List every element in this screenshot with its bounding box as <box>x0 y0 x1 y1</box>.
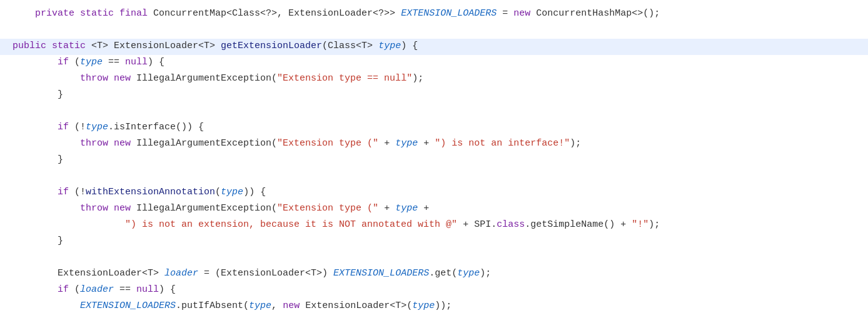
code-segment: .get( <box>429 266 457 281</box>
code-line: } <box>0 234 868 250</box>
code-line: } <box>0 87 868 104</box>
code-segment: getExtensionLoader <box>221 39 322 54</box>
code-segment: (! <box>69 120 86 135</box>
code-viewer: private static final ConcurrentMap<Class… <box>0 0 868 313</box>
code-segment: "Extension type (" <box>277 201 378 216</box>
code-segment: type <box>395 136 418 151</box>
code-line: if (loader == null) { <box>0 282 868 299</box>
code-segment: type <box>80 55 103 70</box>
code-segment: type <box>86 120 108 135</box>
code-line: if (!withExtensionAnnotation(type)) { <box>0 185 868 201</box>
code-segment <box>13 217 125 232</box>
code-line: throw new IllegalArgumentException("Exte… <box>0 201 868 217</box>
code-line <box>0 22 868 39</box>
code-segment: <T> ExtensionLoader<T> <box>91 39 221 54</box>
code-segment: class <box>497 217 525 232</box>
code-segment: + SPI. <box>457 217 497 232</box>
code-segment: "!" <box>632 217 648 232</box>
code-segment: ExtensionLoader<T> <box>13 266 164 281</box>
code-segment: (Class<T> <box>322 39 378 54</box>
code-segment <box>13 55 58 70</box>
code-segment: new <box>283 299 300 313</box>
code-line: throw new IllegalArgumentException("Exte… <box>0 71 868 87</box>
code-segment: .putIfAbsent( <box>176 299 249 313</box>
code-segment: null <box>136 282 159 297</box>
code-segment: ( <box>69 282 80 297</box>
code-segment: type <box>221 185 243 200</box>
code-segment: , <box>271 299 283 313</box>
code-line: private static final ConcurrentMap<Class… <box>0 6 868 22</box>
code-segment: == <box>114 282 136 297</box>
code-segment: (! <box>69 185 86 200</box>
code-line: if (type == null) { <box>0 55 868 71</box>
code-segment: type <box>457 266 480 281</box>
code-segment: ); <box>412 71 423 86</box>
code-segment: ); <box>570 136 581 151</box>
code-line: ") is not an extension, because it is NO… <box>0 217 868 234</box>
code-segment: "Extension type (" <box>277 136 378 151</box>
code-line: } <box>0 152 868 169</box>
code-segment: } <box>13 87 63 102</box>
code-line: throw new IllegalArgumentException("Exte… <box>0 136 868 152</box>
code-segment: = (ExtensionLoader<T>) <box>198 266 333 281</box>
code-segment: type <box>395 201 418 216</box>
code-segment: IllegalArgumentException( <box>131 136 277 151</box>
code-segment <box>13 282 58 297</box>
code-segment <box>13 299 80 313</box>
code-segment: = <box>497 6 513 21</box>
code-segment: + <box>418 136 435 151</box>
code-segment: throw new <box>80 201 131 216</box>
code-segment: IllegalArgumentException( <box>131 201 277 216</box>
code-segment: if <box>58 282 69 297</box>
code-segment: ConcurrentMap<Class<?>, ExtensionLoader<… <box>153 6 395 21</box>
code-line: if (!type.isInterface()) { <box>0 120 868 136</box>
code-segment: EXTENSION_LOADERS <box>395 6 497 21</box>
code-segment: } <box>13 234 63 249</box>
code-segment: .getSimpleName() + <box>525 217 632 232</box>
code-segment: withExtensionAnnotation <box>86 185 215 200</box>
code-segment: ( <box>69 55 80 70</box>
code-segment: throw new <box>80 136 131 151</box>
code-segment: EXTENSION_LOADERS <box>80 299 176 313</box>
code-segment: loader <box>80 282 114 297</box>
code-segment <box>13 201 80 216</box>
code-segment <box>13 71 80 86</box>
code-segment: )); <box>435 299 452 313</box>
code-segment: ") is not an extension, because it is NO… <box>125 217 457 232</box>
code-segment: ) { <box>159 282 176 297</box>
code-segment: EXTENSION_LOADERS <box>333 266 429 281</box>
code-segment: ExtensionLoader<T>( <box>300 299 412 313</box>
code-segment: throw new <box>80 71 131 86</box>
code-segment: type <box>412 299 435 313</box>
code-segment: if <box>58 120 69 135</box>
code-line: ExtensionLoader<T> loader = (ExtensionLo… <box>0 266 868 282</box>
code-segment: ) { <box>401 39 418 54</box>
code-segment: ( <box>215 185 221 200</box>
code-segment: new <box>513 6 530 21</box>
code-segment: + <box>378 201 395 216</box>
code-segment: )) { <box>243 185 266 200</box>
code-segment: ) { <box>148 55 164 70</box>
code-segment: if <box>58 185 69 200</box>
code-segment: + <box>378 136 395 151</box>
code-line: EXTENSION_LOADERS.putIfAbsent(type, new … <box>0 299 868 313</box>
code-segment <box>13 136 80 151</box>
code-segment: type <box>378 39 401 54</box>
code-segment: .isInterface()) { <box>108 120 204 135</box>
code-segment: "Extension type == null" <box>277 71 412 86</box>
code-segment: } <box>13 152 63 167</box>
code-line <box>0 169 868 185</box>
code-segment <box>13 185 58 200</box>
code-line <box>0 250 868 266</box>
code-segment: public static <box>13 39 91 54</box>
code-segment: null <box>125 55 148 70</box>
code-segment: IllegalArgumentException( <box>131 71 277 86</box>
code-segment <box>13 120 58 135</box>
code-segment: ); <box>480 266 491 281</box>
code-line: public static <T> ExtensionLoader<T> get… <box>0 39 868 55</box>
code-segment: ); <box>648 217 660 232</box>
code-segment: == <box>103 55 125 70</box>
code-segment: loader <box>164 266 198 281</box>
code-segment: ") is not an interface!" <box>435 136 570 151</box>
code-segment: type <box>249 299 271 313</box>
